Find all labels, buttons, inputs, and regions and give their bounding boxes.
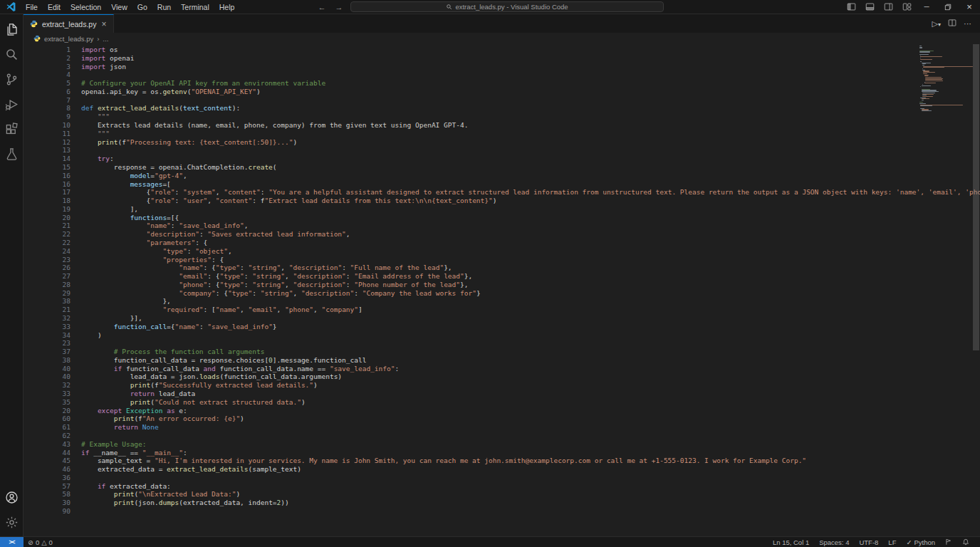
code-line[interactable]: 20 except Exception as e: — [24, 407, 980, 415]
code-line[interactable]: 24 "type": "object", — [24, 247, 980, 256]
tab-close-icon[interactable]: × — [100, 19, 107, 29]
indentation[interactable]: Spaces: 4 — [814, 537, 854, 547]
code-line[interactable]: 40 if function_call_data and function_ca… — [24, 365, 980, 373]
restore-button[interactable] — [937, 0, 959, 14]
code-line[interactable]: 57 if extracted_data: — [24, 482, 980, 491]
run-python-button[interactable]: ▷▾ — [932, 19, 941, 28]
code-line[interactable]: 38 }, — [24, 297, 980, 306]
remote-indicator[interactable]: >< — [0, 537, 24, 547]
menu-edit[interactable]: Edit — [43, 0, 66, 14]
code-line[interactable]: 28 "phone": {"type": "string", "descript… — [24, 281, 980, 289]
code-line[interactable]: 22 "description": "Saves extracted lead … — [24, 230, 980, 239]
minimize-button[interactable]: ─ — [916, 0, 937, 14]
activity-explorer-button[interactable] — [0, 17, 24, 42]
split-editor-icon[interactable] — [948, 19, 956, 28]
code-line[interactable]: 15 response = openai.ChatCompletion.crea… — [24, 163, 980, 172]
code-line[interactable]: 3import json — [24, 63, 980, 71]
activity-testing-button[interactable] — [0, 142, 24, 167]
code-line[interactable]: 44if __name__ == "__main__": — [24, 449, 980, 457]
code-line[interactable]: 26 "name": {"type": "string", "descripti… — [24, 264, 980, 272]
code-line[interactable]: 6openai.api_key = os.getenv("OPENAI_API_… — [24, 88, 980, 96]
breadcrumb[interactable]: extract_leads.py › ... — [24, 33, 980, 44]
close-window-button[interactable]: × — [959, 0, 980, 14]
activity-run-debug-button[interactable] — [0, 92, 24, 117]
code-line[interactable]: 30 print(json.dumps(extracted_data, inde… — [24, 499, 980, 507]
tab-extract-leads-py[interactable]: extract_leads.py × — [24, 14, 114, 33]
code-line[interactable]: 11 """ — [24, 130, 980, 138]
code-line[interactable]: 4 — [24, 71, 980, 79]
code-line[interactable]: 40 lead_data = json.loads(function_call_… — [24, 373, 980, 381]
code-line[interactable]: 33 function_call={"name": "save_lead_inf… — [24, 323, 980, 331]
code-line[interactable]: 16 messages=[ — [24, 180, 980, 189]
code-line[interactable]: 14 try: — [24, 155, 980, 163]
nav-back-icon[interactable]: ← — [316, 3, 328, 11]
nav-forward-icon[interactable]: → — [333, 3, 345, 11]
menu-view[interactable]: View — [106, 0, 132, 14]
minimap[interactable] — [919, 46, 972, 113]
code-line[interactable]: 19 ], — [24, 205, 980, 214]
code-line[interactable]: 61 return None — [24, 423, 980, 432]
code-line[interactable]: 38 function_call_data = response.choices… — [24, 356, 980, 365]
code-line[interactable]: 18 {"role": "user", "content": f"Extract… — [24, 197, 980, 205]
code-line[interactable]: 29 "company": {"type": "string", "descri… — [24, 289, 980, 298]
toggle-secondary-sidebar-icon[interactable] — [879, 0, 897, 14]
activity-accounts-button[interactable] — [0, 485, 24, 510]
code-line[interactable]: 37 # Process the function call arguments — [24, 348, 980, 356]
command-center-search[interactable]: extract_leads.py - Visual Studio Code — [350, 1, 664, 12]
code-line[interactable]: 2import openai — [24, 54, 980, 63]
code-line[interactable]: 43# Example Usage: — [24, 440, 980, 449]
breadcrumb-file[interactable]: extract_leads.py — [44, 35, 93, 43]
code-line[interactable]: 9 """ — [24, 113, 980, 121]
code-line[interactable]: 1import os — [24, 46, 980, 54]
activity-search-button[interactable] — [0, 42, 24, 67]
code-line[interactable]: 12 print(f"Processing text: {text_conten… — [24, 138, 980, 147]
code-line[interactable]: 32 print(f"Successfully extracted lead d… — [24, 381, 980, 390]
code-line[interactable]: 90 — [24, 507, 980, 516]
activity-source-control-button[interactable] — [0, 67, 24, 92]
code-line[interactable]: 62 — [24, 432, 980, 440]
code-line[interactable]: 46 extracted_data = extract_lead_details… — [24, 465, 980, 474]
encoding[interactable]: UTF-8 — [854, 537, 883, 547]
menu-run[interactable]: Run — [152, 0, 176, 14]
code-line[interactable]: 34 ) — [24, 331, 980, 340]
toggle-panel-icon[interactable] — [860, 0, 879, 14]
language-mode[interactable]: ✓ Python — [901, 537, 940, 547]
code-line[interactable]: 23 — [24, 339, 980, 348]
problems-indicator[interactable]: ⊘ 0 △ 0 — [24, 537, 57, 547]
code-line[interactable]: 5# Configure your OpenAI API key from an… — [24, 79, 980, 88]
menu-go[interactable]: Go — [132, 0, 152, 14]
code-line[interactable]: 58 print("\nExtracted Lead Data:") — [24, 490, 980, 499]
more-actions-icon[interactable]: ··· — [964, 19, 971, 28]
notifications-bell-icon[interactable] — [957, 537, 974, 547]
code-line[interactable]: 22 "parameters": { — [24, 239, 980, 247]
menu-file[interactable]: File — [21, 0, 43, 14]
code-line[interactable]: 17 {"role": "system", "content": "You ar… — [24, 188, 980, 197]
code-line[interactable]: 32 }], — [24, 314, 980, 323]
cursor-position[interactable]: Ln 15, Col 1 — [768, 537, 814, 547]
feedback-icon[interactable] — [940, 537, 957, 547]
code-line[interactable]: 45 sample_text = "Hi, I'm interested in … — [24, 457, 980, 465]
activity-settings-button[interactable] — [0, 510, 24, 535]
code-line[interactable]: 16 model="gpt-4", — [24, 172, 980, 180]
code-line[interactable]: 20 functions=[{ — [24, 214, 980, 222]
code-line[interactable]: 8def extract_lead_details(text_content): — [24, 104, 980, 113]
code-line[interactable]: 33 return lead_data — [24, 390, 980, 398]
code-line[interactable]: 27 "email": {"type": "string", "descript… — [24, 272, 980, 281]
code-line[interactable]: 7 — [24, 96, 980, 105]
menu-selection[interactable]: Selection — [66, 0, 106, 14]
eol-sequence[interactable]: LF — [883, 537, 901, 547]
activity-extensions-button[interactable] — [0, 117, 24, 142]
code-editor[interactable]: 1import os2import openai3import json45# … — [24, 44, 980, 536]
toggle-sidebar-icon[interactable] — [842, 0, 860, 14]
code-line[interactable]: 10 Extracts lead details (name, email, p… — [24, 121, 980, 130]
menu-help[interactable]: Help — [214, 0, 240, 14]
code-line[interactable]: 21 "required": ["name", "email", "phone"… — [24, 306, 980, 314]
breadcrumb-more[interactable]: ... — [103, 35, 108, 43]
code-line[interactable]: 13 — [24, 146, 980, 155]
code-line[interactable]: 23 "properties": { — [24, 256, 980, 264]
menu-terminal[interactable]: Terminal — [176, 0, 214, 14]
customize-layout-icon[interactable] — [897, 0, 916, 14]
scrollbar-thumb[interactable] — [973, 44, 979, 350]
code-line[interactable]: 60 print(f"An error occurred: {e}") — [24, 415, 980, 423]
code-line[interactable]: 21 "name": "save_lead_info", — [24, 222, 980, 230]
